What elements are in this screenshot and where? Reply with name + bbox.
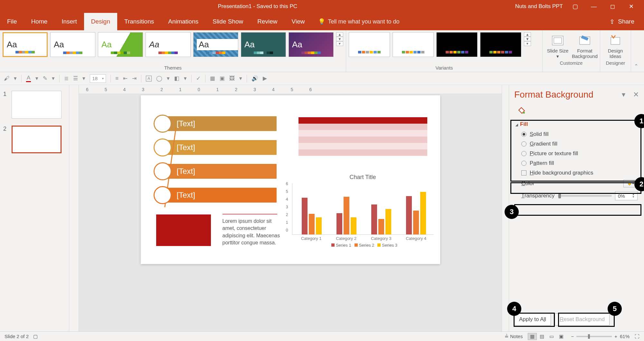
audio-icon[interactable]: 🔊 — [251, 75, 258, 82]
apply-to-all-button[interactable]: Apply to All — [514, 313, 551, 326]
slide-thumbnail-2[interactable]: 2 — [3, 126, 66, 153]
zoom-out-icon[interactable]: − — [571, 334, 574, 339]
zoom-in-icon[interactable]: + — [614, 334, 617, 339]
theme-thumb[interactable]: Aa — [146, 32, 191, 57]
pane-close-icon[interactable]: ✕ — [633, 90, 639, 99]
indent-left-icon[interactable]: ⇤ — [123, 75, 128, 82]
design-ideas-icon — [608, 33, 622, 48]
bullets-icon[interactable]: ≡ — [115, 75, 118, 82]
chart-title: Chart Title — [292, 174, 434, 181]
tab-review[interactable]: Review — [250, 13, 284, 30]
slide-sorter-button[interactable]: ▤ — [537, 333, 546, 340]
slide-canvas[interactable]: [Text] [Text] [Text] [Text] Lorem ipsum … — [141, 95, 440, 264]
notes-button[interactable]: ≟ Notes — [505, 334, 523, 339]
chart[interactable]: Chart Title 0123456 Category 1Category 2… — [292, 174, 434, 254]
normal-view-button[interactable]: ▦ — [528, 333, 537, 340]
design-ideas-button[interactable]: Design Ideas — [603, 33, 628, 59]
transparency-slider[interactable] — [558, 195, 612, 197]
align-left-icon[interactable]: ≣ — [64, 75, 69, 82]
tab-transitions[interactable]: Transitions — [117, 13, 161, 30]
font-size-input[interactable]: 18▾ — [90, 74, 106, 83]
theme-thumb[interactable]: Aa — [3, 32, 48, 57]
fit-to-window-icon[interactable]: ⛶ — [635, 334, 639, 339]
tell-me-search[interactable]: 💡 Tell me what you want to do — [318, 13, 399, 30]
indent-right-icon[interactable]: ⇥ — [132, 75, 137, 82]
slide-size-button[interactable]: Slide Size ▾ — [545, 33, 570, 59]
maximize-button[interactable]: ◻ — [606, 0, 619, 13]
theme-thumb[interactable]: Aa — [193, 32, 238, 57]
status-bar: Slide 2 of 2 ▢ ≟ Notes ▦ ▤ ▭ ▣ − + 61% ⛶ — [0, 331, 644, 341]
merge-shapes-icon[interactable]: ◧ — [174, 75, 179, 82]
tab-animations[interactable]: Animations — [161, 13, 205, 30]
zoom-value[interactable]: 61% — [620, 334, 630, 339]
variant-thumb[interactable] — [349, 32, 390, 57]
shapes-icon[interactable]: ◯ — [156, 75, 162, 82]
theme-thumb[interactable]: Aa — [98, 32, 143, 57]
pane-title: Format Background — [514, 90, 593, 100]
radio-icon — [521, 132, 526, 137]
font-size-value: 18 — [92, 76, 98, 81]
table[interactable] — [298, 117, 427, 156]
group-icon[interactable]: ▣ — [220, 75, 225, 82]
animation-pane-icon[interactable]: ▶ — [263, 75, 267, 82]
theme-thumb[interactable]: Aa — [289, 32, 334, 57]
transparency-value-input[interactable]: 0%▲▼ — [615, 191, 638, 200]
tab-home[interactable]: Home — [24, 13, 55, 30]
variants-gallery[interactable]: ▲▼▾ — [349, 32, 540, 64]
smartart-text: [Text] — [167, 164, 277, 179]
reset-background-button[interactable]: Reset Background — [555, 313, 610, 326]
account-name[interactable]: Nuts and Bolts PPT — [515, 3, 563, 10]
theme-thumb[interactable]: Aa — [50, 32, 95, 57]
svg-point-5 — [523, 112, 525, 114]
slide-size-label: Slide Size — [547, 48, 569, 53]
smartart-list[interactable]: [Text] [Text] [Text] [Text] — [154, 115, 277, 210]
format-background-button[interactable]: Format Background — [572, 33, 597, 59]
tab-file[interactable]: File — [0, 13, 24, 30]
align-icon[interactable]: ▦ — [210, 75, 215, 82]
text-box-icon[interactable]: A — [146, 76, 152, 81]
picture-fill-option[interactable]: Picture or texture fill — [514, 149, 639, 158]
gradient-fill-option[interactable]: Gradient fill — [514, 139, 639, 149]
themes-scroll[interactable]: ▲▼▾ — [336, 32, 343, 46]
zoom-slider[interactable] — [576, 336, 612, 337]
close-button[interactable]: ✕ — [625, 0, 638, 13]
themes-group-label: Themes — [3, 64, 343, 71]
highlight-icon[interactable]: ✎ — [43, 75, 47, 82]
slideshow-button[interactable]: ▣ — [557, 333, 566, 340]
zoom-control[interactable]: − + 61% — [571, 334, 630, 339]
picture-icon[interactable]: 🖼 — [229, 75, 235, 82]
tab-slide-show[interactable]: Slide Show — [205, 13, 250, 30]
slide-thumbnail-panel: 1 2 — [0, 85, 69, 331]
tab-view[interactable]: View — [285, 13, 312, 30]
minimize-button[interactable]: — — [587, 0, 600, 13]
ribbon-display-options-icon[interactable]: ▢ — [569, 0, 582, 13]
tab-design[interactable]: Design — [84, 13, 117, 30]
hide-bg-graphics-option[interactable]: Hide background graphics — [514, 168, 639, 178]
variant-thumb[interactable] — [480, 32, 521, 57]
slide-counter[interactable]: Slide 2 of 2 — [5, 334, 29, 339]
format-painter-icon[interactable]: 🖌 — [4, 75, 9, 82]
solid-fill-option[interactable]: Solid fill — [514, 129, 639, 139]
slide-number: 2 — [3, 126, 8, 153]
tab-insert[interactable]: Insert — [54, 13, 84, 30]
distribute-icon[interactable]: ☰ — [73, 75, 78, 82]
fill-tab-icon[interactable] — [517, 106, 639, 116]
collapse-ribbon-icon[interactable]: ⌃ — [631, 30, 641, 72]
font-color-icon[interactable]: A — [26, 75, 31, 82]
pattern-fill-option[interactable]: Pattern fill — [514, 158, 639, 168]
slide-thumbnail-1[interactable]: 1 — [3, 91, 66, 118]
fill-section-header[interactable]: Fill — [514, 119, 639, 129]
variant-thumb[interactable] — [393, 32, 434, 57]
reading-view-button[interactable]: ▭ — [547, 333, 556, 340]
variant-thumb[interactable] — [436, 32, 478, 57]
format-background-pane: Format Background ▾ ✕ Fill Solid fill Gr… — [509, 85, 644, 331]
theme-thumb[interactable]: Aa — [241, 32, 286, 57]
shape-rectangle[interactable] — [156, 214, 211, 246]
body-text[interactable]: Lorem ipsum dolor sit amet, consectetuer… — [223, 218, 280, 247]
spellcheck-icon[interactable]: ▢ — [33, 334, 38, 339]
pane-options-icon[interactable]: ▾ — [622, 90, 625, 99]
themes-gallery[interactable]: Aa Aa Aa Aa Aa Aa Aa ▲▼▾ — [3, 32, 343, 64]
eyedropper-icon[interactable]: ✓ — [196, 75, 201, 82]
variants-scroll[interactable]: ▲▼▾ — [524, 32, 531, 46]
share-button[interactable]: Share — [618, 18, 634, 25]
